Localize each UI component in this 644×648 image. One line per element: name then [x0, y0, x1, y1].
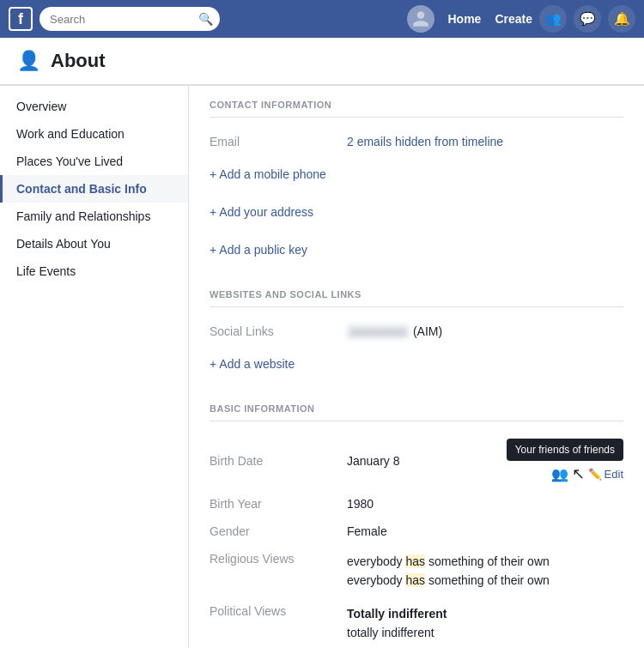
- birth-year-label: Birth Year: [210, 497, 347, 511]
- contact-section: CONTACT INFORMATION Email 2 emails hidde…: [210, 100, 623, 269]
- edit-label: Edit: [605, 468, 623, 481]
- birth-date-left: Birth Date January 8: [210, 454, 399, 468]
- home-link[interactable]: Home: [448, 12, 482, 26]
- political-plain-value: totally indifferent: [347, 623, 623, 642]
- social-links-label: Social Links: [210, 324, 347, 338]
- social-link-blurred: xxxxxxxxxx: [347, 324, 410, 339]
- add-mobile-row: + Add a mobile phone: [210, 155, 623, 193]
- gender-label: Gender: [210, 524, 347, 538]
- add-mobile-link[interactable]: + Add a mobile phone: [210, 162, 326, 186]
- political-label: Political Views: [210, 604, 347, 618]
- create-link[interactable]: Create: [495, 12, 532, 26]
- content-area: CONTACT INFORMATION Email 2 emails hidde…: [189, 86, 644, 648]
- friends-icon-btn[interactable]: 👥: [539, 5, 567, 33]
- main-content: Overview Work and Education Places You'v…: [0, 85, 644, 648]
- religious-views-row: Religious Views everybody has something …: [210, 545, 623, 597]
- birth-year-value: 1980: [347, 497, 623, 511]
- search-wrapper: 🔍: [39, 7, 220, 31]
- email-row: Email 2 emails hidden from timeline: [210, 128, 623, 155]
- birth-date-value: January 8: [347, 454, 399, 468]
- religious-highlight2: has: [405, 573, 425, 587]
- social-links-value: xxxxxxxxxx (AIM): [347, 324, 623, 338]
- religious-line1: everybody has something of their own: [347, 552, 623, 571]
- pencil-icon: ✏️: [588, 468, 602, 481]
- bell-icon: 🔔: [614, 11, 630, 27]
- political-views-row: Political Views Totally indifferent tota…: [210, 597, 623, 648]
- social-links-aim: (AIM): [413, 324, 442, 338]
- sidebar: Overview Work and Education Places You'v…: [0, 86, 189, 648]
- fb-logo-letter: f: [18, 10, 23, 28]
- tooltip-box: Your friends of friends: [507, 439, 623, 461]
- search-icon: 🔍: [198, 12, 213, 26]
- tooltip-area: Your friends of friends 👥 ↖ ✏️ Edit: [507, 439, 623, 483]
- add-website-link[interactable]: + Add a website: [210, 352, 295, 376]
- avatar[interactable]: [407, 5, 434, 33]
- person-icon: 👤: [17, 50, 40, 72]
- sidebar-item-overview[interactable]: Overview: [0, 93, 188, 120]
- notifications-icon-btn[interactable]: 🔔: [608, 5, 635, 33]
- add-website-row: + Add a website: [210, 345, 623, 383]
- search-input[interactable]: [39, 7, 220, 31]
- contact-section-header: CONTACT INFORMATION: [210, 100, 623, 118]
- religious-value: everybody has something of their own eve…: [347, 552, 623, 590]
- birth-date-row: Birth Date January 8 Your friends of fri…: [210, 432, 623, 490]
- email-link[interactable]: 2 emails hidden from timeline: [347, 135, 503, 148]
- facebook-logo[interactable]: f: [9, 7, 33, 31]
- add-address-link[interactable]: + Add your address: [210, 200, 313, 224]
- page-title: About: [51, 50, 106, 72]
- email-label: Email: [210, 135, 347, 148]
- nav-links: Home Create: [448, 12, 533, 26]
- sidebar-item-contact-basic[interactable]: Contact and Basic Info: [0, 175, 188, 203]
- email-value: 2 emails hidden from timeline: [347, 135, 623, 148]
- political-value: Totally indifferent totally indifferent: [347, 604, 623, 643]
- religious-highlight1: has: [405, 554, 425, 568]
- edit-button[interactable]: ✏️ Edit: [588, 468, 623, 481]
- religious-line2: everybody has something of their own: [347, 571, 623, 590]
- messenger-icon-btn[interactable]: 💬: [574, 5, 601, 33]
- political-bold-value: Totally indifferent: [347, 604, 623, 623]
- basic-section-header: BASIC INFORMATION: [210, 403, 623, 421]
- page-wrapper: 👤 About Overview Work and Education Plac…: [0, 38, 644, 648]
- messenger-icon: 💬: [580, 11, 596, 27]
- about-header: 👤 About: [0, 38, 644, 85]
- birth-date-label: Birth Date: [210, 454, 347, 468]
- sidebar-item-places[interactable]: Places You've Lived: [0, 148, 188, 175]
- sidebar-item-work-education[interactable]: Work and Education: [0, 120, 188, 148]
- friends-icon: 👥: [545, 11, 562, 27]
- social-links-row: Social Links xxxxxxxxxx (AIM): [210, 318, 623, 345]
- basic-section: BASIC INFORMATION Birth Date January 8 Y…: [210, 403, 623, 648]
- religious-label: Religious Views: [210, 552, 347, 566]
- websites-section: WEBSITES AND SOCIAL LINKS Social Links x…: [210, 289, 623, 383]
- sidebar-item-details[interactable]: Details About You: [0, 230, 188, 257]
- add-public-key-link[interactable]: + Add a public key: [210, 238, 307, 262]
- gender-row: Gender Female: [210, 518, 623, 545]
- friends-of-friends-icon: 👥: [551, 466, 568, 482]
- websites-section-header: WEBSITES AND SOCIAL LINKS: [210, 289, 623, 307]
- add-address-row: + Add your address: [210, 193, 623, 231]
- edit-row: 👥 ↖ ✏️ Edit: [551, 464, 623, 483]
- top-navigation: f 🔍 Home Create 👥 💬 🔔: [0, 0, 644, 38]
- sidebar-item-family[interactable]: Family and Relationships: [0, 203, 188, 230]
- birth-year-row: Birth Year 1980: [210, 490, 623, 518]
- cursor-icon: ↖: [572, 464, 585, 483]
- sidebar-item-life-events[interactable]: Life Events: [0, 257, 188, 285]
- gender-value: Female: [347, 524, 623, 538]
- add-public-key-row: + Add a public key: [210, 231, 623, 269]
